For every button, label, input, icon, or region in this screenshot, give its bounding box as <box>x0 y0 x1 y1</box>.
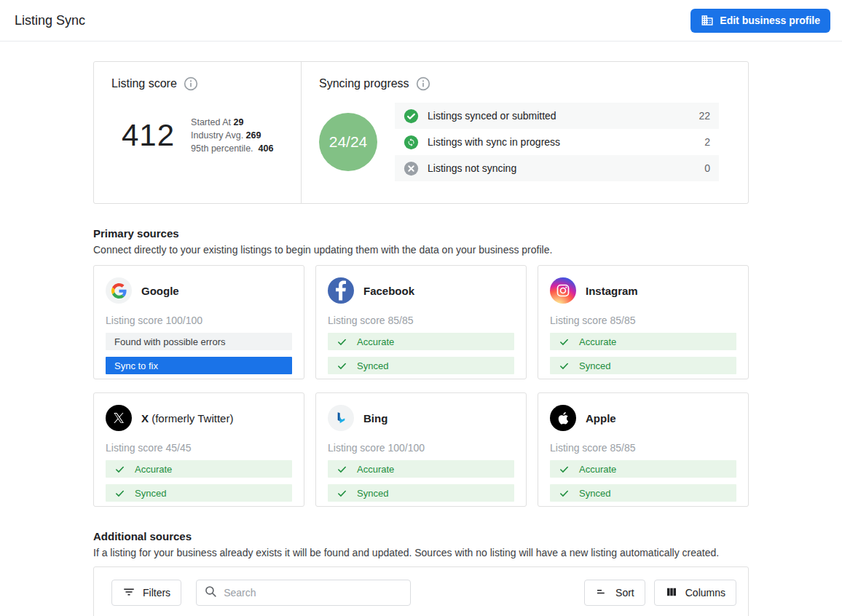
facebook-logo-icon <box>328 277 354 304</box>
source-name: X (formerly Twitter) <box>141 412 233 425</box>
check-circle-icon <box>404 108 419 124</box>
check-icon <box>559 360 570 371</box>
source-score-label: Listing score 100/100 <box>328 442 514 454</box>
source-score-label: Listing score 85/85 <box>328 315 514 326</box>
search-input[interactable] <box>224 587 403 599</box>
source-name: Instagram <box>586 285 638 297</box>
check-icon <box>559 336 570 347</box>
syncing-progress-title: Syncing progress <box>319 77 409 90</box>
primary-sources-header: Primary sources Connect directly to your… <box>93 227 749 256</box>
source-score-label: Listing score 85/85 <box>550 442 736 454</box>
additional-sources-subtitle: If a listing for your business already e… <box>93 547 749 558</box>
status-accurate: Accurate <box>328 333 514 350</box>
sync-row-value: 2 <box>704 136 710 148</box>
instagram-logo-icon <box>550 277 576 304</box>
listing-score-value: 412 <box>122 118 175 153</box>
source-card-bing: Bing Listing score 100/100 Accurate Sync… <box>315 392 527 507</box>
status-accurate: Accurate <box>550 460 736 478</box>
source-score-label: Listing score 100/100 <box>106 315 292 326</box>
source-card-google: Google Listing score 100/100 Found with … <box>93 265 304 379</box>
listing-score-panel: Listing score 412 Started At 29 Industry… <box>94 62 302 203</box>
sort-button[interactable]: Sort <box>584 580 645 606</box>
status-synced: Synced <box>328 484 514 502</box>
check-icon <box>337 488 347 499</box>
status-synced: Synced <box>328 357 514 374</box>
table-toolbar: Filters Sort Colu <box>94 567 748 616</box>
info-icon[interactable] <box>416 76 430 91</box>
sync-row-value: 22 <box>699 110 710 122</box>
source-card-instagram: Instagram Listing score 85/85 Accurate S… <box>538 265 749 379</box>
stat-95th-percentile: 95th percentile. 406 <box>191 142 273 155</box>
stat-started-at: Started At 29 <box>191 116 273 129</box>
main-content: Listing score 412 Started At 29 Industry… <box>93 61 749 616</box>
status-synced: Synced <box>550 357 736 374</box>
sync-status-list: Listings synced or submitted 22 Listings… <box>395 103 719 181</box>
sync-row-in-progress: Listings with sync in progress 2 <box>395 129 719 155</box>
source-score-label: Listing score 45/45 <box>106 442 292 454</box>
sync-to-fix-button[interactable]: Sync to fix <box>106 357 292 374</box>
columns-icon <box>665 585 678 601</box>
source-name: Bing <box>363 412 387 425</box>
status-accurate: Accurate <box>550 333 736 350</box>
source-card-apple: Apple Listing score 85/85 Accurate Synce… <box>538 392 749 507</box>
source-card-x-twitter: X (formerly Twitter) Listing score 45/45… <box>93 392 304 507</box>
additional-sources-title: Additional sources <box>93 530 749 542</box>
source-name: Facebook <box>363 285 414 297</box>
building-icon <box>701 14 714 27</box>
page-title: Listing Sync <box>15 13 85 28</box>
filters-button[interactable]: Filters <box>111 580 181 606</box>
check-icon <box>114 464 125 475</box>
primary-sources-grid: Google Listing score 100/100 Found with … <box>93 265 749 507</box>
additional-sources-table-card: Filters Sort Colu <box>93 566 749 616</box>
source-card-facebook: Facebook Listing score 85/85 Accurate Sy… <box>315 265 527 379</box>
edit-business-profile-button[interactable]: Edit business profile <box>690 9 830 33</box>
status-accurate: Accurate <box>328 460 514 478</box>
primary-sources-subtitle: Connect directly to your existing listin… <box>93 244 749 256</box>
check-icon <box>559 488 570 499</box>
sync-row-value: 0 <box>704 162 710 174</box>
listing-score-title: Listing score <box>111 77 177 90</box>
stat-industry-avg: Industry Avg. 269 <box>191 129 273 142</box>
status-synced: Synced <box>550 484 736 502</box>
columns-button[interactable]: Columns <box>654 580 736 606</box>
top-bar: Listing Sync Edit business profile <box>0 0 842 42</box>
sync-progress-badge: 24/24 <box>319 113 377 171</box>
source-score-label: Listing score 85/85 <box>550 315 736 326</box>
check-icon <box>337 360 347 371</box>
filter-icon <box>122 585 135 601</box>
check-icon <box>337 336 347 347</box>
status-found-with-errors: Found with possible errors <box>106 333 292 350</box>
search-box[interactable] <box>196 580 411 606</box>
x-logo-icon <box>106 405 132 431</box>
status-accurate: Accurate <box>106 460 292 478</box>
sync-circle-icon <box>404 135 419 150</box>
check-icon <box>559 464 570 475</box>
sort-icon <box>595 585 608 601</box>
info-icon[interactable] <box>184 76 198 91</box>
bing-logo-icon <box>328 405 354 431</box>
source-name: Google <box>141 285 179 297</box>
sync-row-synced: Listings synced or submitted 22 <box>395 103 719 129</box>
check-icon <box>337 464 347 475</box>
google-logo-icon <box>106 277 132 304</box>
status-synced: Synced <box>106 484 292 502</box>
check-icon <box>114 488 125 499</box>
summary-card: Listing score 412 Started At 29 Industry… <box>93 61 749 204</box>
sync-row-not-syncing: Listings not syncing 0 <box>395 155 719 181</box>
additional-sources-header: Additional sources If a listing for your… <box>93 530 749 558</box>
source-name: Apple <box>586 412 616 425</box>
search-icon <box>204 585 218 601</box>
apple-logo-icon <box>550 405 576 431</box>
x-circle-icon <box>404 161 419 176</box>
syncing-progress-panel: Syncing progress 24/24 Listings synced o… <box>302 62 748 203</box>
primary-sources-title: Primary sources <box>93 227 749 240</box>
listing-score-stats: Started At 29 Industry Avg. 269 95th per… <box>191 116 273 155</box>
